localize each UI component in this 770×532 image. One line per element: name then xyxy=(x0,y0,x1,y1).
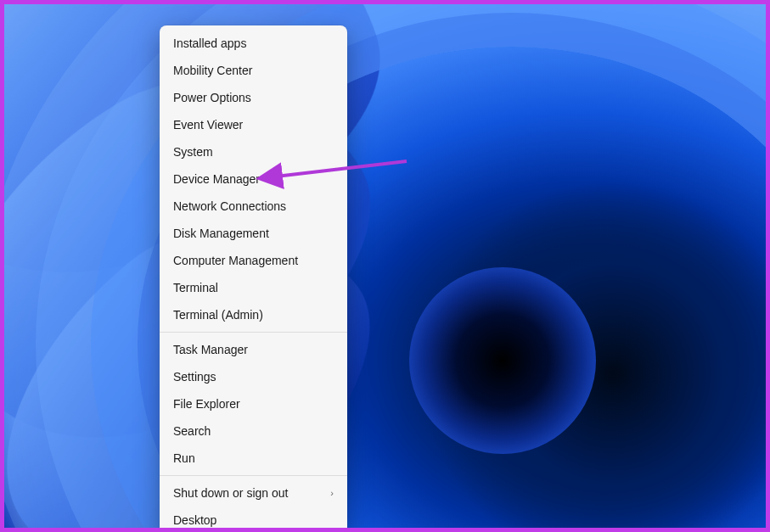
menu-item-device-manager[interactable]: Device Manager xyxy=(160,165,347,193)
menu-item-label: Search xyxy=(173,423,334,439)
menu-item-shut-down-sign-out[interactable]: Shut down or sign out› xyxy=(160,479,347,507)
menu-item-settings[interactable]: Settings xyxy=(160,363,347,390)
menu-item-label: Installed apps xyxy=(173,36,334,51)
menu-item-label: Settings xyxy=(173,369,334,384)
menu-item-label: Power Options xyxy=(173,90,334,105)
menu-item-label: Disk Management xyxy=(173,226,334,241)
menu-item-run[interactable]: Run xyxy=(160,445,347,472)
menu-item-terminal-admin[interactable]: Terminal (Admin) xyxy=(160,301,347,328)
menu-item-network-connections[interactable]: Network Connections xyxy=(160,193,347,220)
menu-item-label: File Explorer xyxy=(173,396,334,412)
menu-separator xyxy=(160,475,347,476)
menu-item-label: Shut down or sign out xyxy=(173,485,323,501)
menu-item-mobility-center[interactable]: Mobility Center xyxy=(160,57,347,84)
menu-item-desktop[interactable]: Desktop xyxy=(160,507,347,532)
menu-item-task-manager[interactable]: Task Manager xyxy=(160,336,347,363)
menu-separator xyxy=(160,332,347,333)
menu-item-computer-management[interactable]: Computer Management xyxy=(160,247,347,274)
wallpaper-shape xyxy=(4,4,766,528)
menu-item-system[interactable]: System xyxy=(160,138,347,165)
menu-item-label: Run xyxy=(173,451,334,466)
chevron-right-icon: › xyxy=(330,485,334,501)
menu-item-label: Desktop xyxy=(173,512,334,528)
menu-item-label: Network Connections xyxy=(173,199,334,214)
menu-item-terminal[interactable]: Terminal xyxy=(160,274,347,301)
menu-item-label: Device Manager xyxy=(173,171,334,187)
menu-item-file-explorer[interactable]: File Explorer xyxy=(160,390,347,417)
desktop-wallpaper xyxy=(4,4,766,528)
menu-item-search[interactable]: Search xyxy=(160,417,347,445)
menu-item-label: Mobility Center xyxy=(173,63,334,78)
winx-context-menu: Installed appsMobility CenterPower Optio… xyxy=(160,25,347,532)
menu-item-label: System xyxy=(173,144,334,160)
menu-item-label: Terminal (Admin) xyxy=(173,307,334,322)
menu-item-label: Event Viewer xyxy=(173,117,334,132)
menu-item-installed-apps[interactable]: Installed apps xyxy=(160,30,347,57)
menu-item-power-options[interactable]: Power Options xyxy=(160,84,347,111)
menu-item-label: Task Manager xyxy=(173,342,334,357)
menu-item-label: Computer Management xyxy=(173,253,334,268)
menu-item-label: Terminal xyxy=(173,280,334,295)
menu-item-disk-management[interactable]: Disk Management xyxy=(160,220,347,247)
menu-item-event-viewer[interactable]: Event Viewer xyxy=(160,111,347,138)
